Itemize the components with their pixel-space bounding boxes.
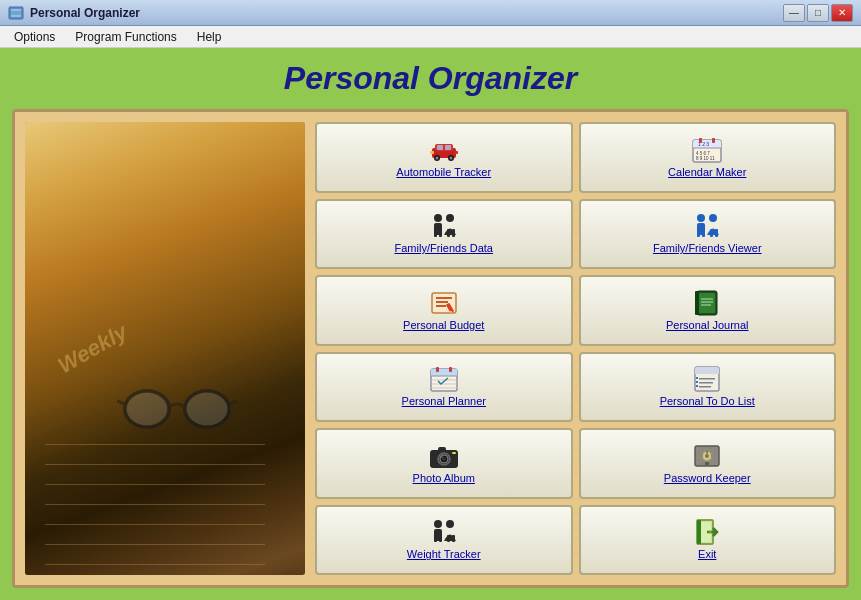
svg-rect-92	[447, 535, 450, 542]
svg-rect-65	[695, 370, 719, 374]
svg-rect-27	[699, 138, 702, 143]
svg-point-75	[442, 457, 446, 461]
svg-point-29	[434, 214, 442, 222]
menu-help[interactable]: Help	[187, 28, 232, 46]
svg-point-9	[185, 391, 229, 427]
svg-rect-90	[439, 535, 442, 542]
svg-rect-93	[452, 535, 455, 542]
svg-rect-46	[436, 305, 446, 307]
calendar-maker-button[interactable]: 1 2 3 4 5 6 7 8 9 10 11 Calendar Maker	[579, 122, 837, 193]
planner-line	[45, 525, 265, 545]
svg-rect-50	[699, 293, 715, 313]
menu-bar: Options Program Functions Help	[0, 26, 861, 48]
close-button[interactable]: ✕	[831, 4, 853, 22]
planner-line	[45, 485, 265, 505]
glasses-icon	[117, 379, 237, 439]
planner-line	[45, 505, 265, 525]
todo-icon	[691, 365, 723, 393]
exit-button[interactable]: Exit	[579, 505, 837, 576]
window-title: Personal Organizer	[30, 6, 783, 20]
svg-rect-13	[445, 145, 451, 150]
camera-icon	[428, 442, 460, 470]
minimize-button[interactable]: —	[783, 4, 805, 22]
personal-budget-label: Personal Budget	[403, 319, 484, 332]
calendar-maker-label: Calendar Maker	[668, 166, 746, 179]
people2-icon	[691, 212, 723, 240]
planner-line	[45, 545, 265, 565]
svg-rect-31	[434, 229, 437, 237]
content-panel: Weekly	[12, 109, 849, 588]
svg-rect-71	[696, 385, 698, 387]
svg-rect-44	[436, 297, 452, 299]
svg-rect-62	[449, 367, 452, 372]
svg-rect-41	[710, 229, 713, 237]
personal-todo-button[interactable]: Personal To Do List	[579, 352, 837, 423]
weight-icon	[428, 518, 460, 546]
family-friends-data-button[interactable]: Family/Friends Data	[315, 199, 573, 270]
svg-rect-77	[438, 447, 446, 452]
svg-point-33	[446, 214, 454, 222]
svg-point-17	[449, 156, 452, 159]
svg-rect-18	[430, 151, 434, 154]
planner-icon	[428, 365, 460, 393]
menu-options[interactable]: Options	[4, 28, 65, 46]
journal-icon	[691, 289, 723, 317]
svg-rect-19	[454, 151, 458, 154]
menu-program-functions[interactable]: Program Functions	[65, 28, 186, 46]
svg-rect-28	[712, 138, 715, 143]
app-title: Personal Organizer	[284, 60, 577, 97]
svg-point-76	[441, 456, 443, 458]
personal-planner-label: Personal Planner	[402, 395, 486, 408]
password-icon	[691, 442, 723, 470]
planner-line	[45, 445, 265, 465]
family-friends-data-label: Family/Friends Data	[395, 242, 493, 255]
svg-point-8	[125, 391, 169, 427]
svg-rect-42	[715, 229, 718, 237]
svg-point-81	[705, 454, 709, 458]
svg-line-7	[229, 399, 237, 404]
svg-rect-83	[705, 462, 709, 465]
personal-budget-button[interactable]: Personal Budget	[315, 275, 573, 346]
svg-rect-66	[699, 378, 715, 380]
svg-rect-32	[439, 229, 442, 237]
weight-tracker-button[interactable]: Weight Tracker	[315, 505, 573, 576]
svg-point-40	[709, 214, 717, 222]
personal-journal-button[interactable]: Personal Journal	[579, 275, 837, 346]
exit-icon	[691, 518, 723, 546]
title-bar: Personal Organizer — □ ✕	[0, 0, 861, 26]
svg-text:8 9 10 11: 8 9 10 11	[696, 156, 715, 161]
password-keeper-button[interactable]: Password Keeper	[579, 428, 837, 499]
svg-rect-38	[697, 229, 700, 237]
svg-rect-45	[436, 301, 448, 303]
personal-todo-label: Personal To Do List	[660, 395, 755, 408]
password-keeper-label: Password Keeper	[664, 472, 751, 485]
weight-tracker-label: Weight Tracker	[407, 548, 481, 561]
svg-rect-39	[702, 229, 705, 237]
svg-rect-61	[436, 367, 439, 372]
family-friends-viewer-label: Family/Friends Viewer	[653, 242, 762, 255]
svg-point-36	[697, 214, 705, 222]
svg-rect-35	[452, 229, 455, 237]
exit-label: Exit	[698, 548, 716, 561]
svg-rect-68	[699, 386, 711, 388]
photo-album-button[interactable]: Photo Album	[315, 428, 573, 499]
svg-rect-99	[697, 520, 701, 544]
app-icon	[8, 5, 24, 21]
budget-icon	[428, 289, 460, 317]
photo-album-label: Photo Album	[413, 472, 475, 485]
automobile-tracker-button[interactable]: Automobile Tracker	[315, 122, 573, 193]
svg-rect-12	[437, 145, 443, 150]
svg-point-16	[435, 156, 438, 159]
personal-planner-button[interactable]: Personal Planner	[315, 352, 573, 423]
svg-rect-89	[434, 535, 437, 542]
maximize-button[interactable]: □	[807, 4, 829, 22]
svg-rect-70	[696, 381, 698, 383]
people-icon	[428, 212, 460, 240]
svg-rect-34	[447, 229, 450, 237]
svg-point-91	[446, 520, 454, 528]
svg-rect-78	[452, 452, 456, 454]
planner-image: Weekly	[25, 122, 305, 575]
svg-point-98	[709, 531, 712, 534]
family-friends-viewer-button[interactable]: Family/Friends Viewer	[579, 199, 837, 270]
calendar-icon: 1 2 3 4 5 6 7 8 9 10 11	[691, 136, 723, 164]
